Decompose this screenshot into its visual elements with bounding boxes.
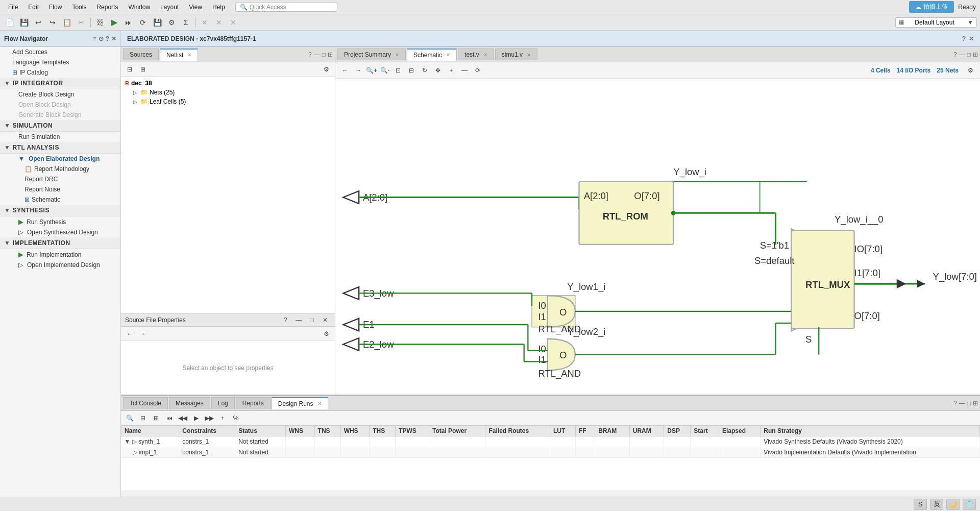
tab-netlist[interactable]: Netlist ✕ [160, 48, 198, 61]
props-close[interactable]: ✕ [320, 314, 331, 326]
menu-layout[interactable]: Layout [156, 3, 183, 12]
nav-create-block-design[interactable]: Create Block Design [0, 89, 120, 100]
toolbar-save[interactable]: 💾 [17, 16, 31, 29]
toolbar-run[interactable]: ▶ [108, 16, 121, 29]
status-icon-en[interactable]: 英 [930, 499, 943, 510]
props-minimize[interactable]: — [293, 314, 304, 326]
nav-run-simulation[interactable]: Run Simulation [0, 132, 120, 142]
props-help[interactable]: ? [280, 314, 291, 326]
tree-nets[interactable]: ▷ 📁 Nets (25) [123, 88, 333, 97]
nav-report-methodology[interactable]: 📋 Report Methodology [0, 164, 120, 174]
tab-messages[interactable]: Messages [169, 397, 210, 409]
runs-percent[interactable]: % [230, 412, 241, 424]
menu-reports[interactable]: Reports [92, 3, 122, 12]
status-icon-moon[interactable]: 🌙 [946, 499, 960, 510]
status-icon-shirt[interactable]: 👕 [963, 499, 976, 510]
sch-fit-sel[interactable]: ⊟ [406, 65, 417, 76]
menu-flow[interactable]: Flow [45, 3, 66, 12]
schematic-tab-close[interactable]: ✕ [446, 52, 450, 58]
toolbar-refresh[interactable]: ⟳ [136, 16, 150, 29]
flow-nav-minimize[interactable]: ≡ [93, 35, 96, 42]
nav-section-implementation[interactable]: ▼ IMPLEMENTATION [0, 237, 120, 249]
simu1v-close[interactable]: ✕ [527, 52, 531, 58]
nav-section-ip-integrator[interactable]: ▼ IP INTEGRATOR [0, 78, 120, 89]
nav-open-synth-design[interactable]: ▷ Open Synthesized Design [0, 227, 120, 237]
menu-help[interactable]: Help [208, 3, 229, 12]
menu-edit[interactable]: Edit [24, 3, 43, 12]
nav-run-synthesis[interactable]: ▶ Run Synthesis [0, 216, 120, 227]
nav-open-elab-design[interactable]: ▼ Open Elaborated Design [0, 154, 120, 164]
menu-window[interactable]: Window [124, 3, 154, 12]
bottom-help[interactable]: ? [953, 400, 957, 407]
tab-simu1v[interactable]: simu1.v ✕ [495, 48, 537, 60]
props-forward[interactable]: → [137, 328, 149, 339]
toolbar-x3[interactable]: ✕ [227, 16, 240, 29]
tab-project-summary[interactable]: Project Summary ✕ [337, 48, 406, 60]
quick-access-bar[interactable]: 🔍 Quick Access [235, 3, 337, 12]
schematic-help[interactable]: ? [953, 51, 957, 58]
tab-sources[interactable]: Sources [123, 48, 159, 60]
toolbar-cut[interactable]: ✂ [75, 16, 88, 29]
netlist-collapse-all[interactable]: ⊟ [124, 64, 135, 75]
tab-log[interactable]: Log [211, 397, 235, 409]
flow-nav-help[interactable]: ? [106, 35, 109, 42]
tab-tcl-console[interactable]: Tcl Console [123, 397, 168, 409]
schematic-minimize[interactable]: — [959, 51, 965, 58]
elab-close[interactable]: ✕ [969, 35, 974, 42]
design-runs-close[interactable]: ✕ [317, 401, 322, 406]
sch-zoom-out[interactable]: 🔍- [379, 65, 390, 76]
synth1-expand[interactable]: ▼ [125, 438, 131, 445]
status-icon-s[interactable]: S [914, 499, 927, 510]
nav-schematic[interactable]: ⊠ Schematic [0, 194, 120, 205]
schematic-diagram[interactable]: A[2:0] RTL_ROM A[2:0] O[7:0] Y_low_i [335, 79, 980, 395]
layout-selector[interactable]: ▦ Default Layout ▼ [895, 17, 977, 28]
testv-close[interactable]: ✕ [483, 52, 487, 58]
nav-report-drc[interactable]: Report DRC [0, 174, 120, 184]
schematic-maximize[interactable]: ⊞ [973, 51, 978, 58]
toolbar-report[interactable]: Σ [179, 16, 192, 29]
nav-open-impl-design[interactable]: ▷ Open Implemented Design [0, 260, 120, 270]
menu-tools[interactable]: Tools [68, 3, 90, 12]
bottom-scrollbar[interactable] [121, 491, 980, 497]
sch-refresh[interactable]: ⟳ [472, 65, 483, 76]
table-row-synth1[interactable]: ▼ ▷ synth_1 constrs_1 Not started [121, 436, 980, 447]
sch-fit-all[interactable]: ⊡ [393, 65, 404, 76]
runs-play[interactable]: ▶ [190, 412, 202, 424]
tab-reports[interactable]: Reports [236, 397, 271, 409]
impl1-expand[interactable]: ▷ [133, 449, 137, 456]
tab-design-runs[interactable]: Design Runs ✕ [272, 397, 328, 409]
toolbar-save2[interactable]: 💾 [151, 16, 164, 29]
sch-settings[interactable]: ⚙ [965, 65, 976, 76]
toolbar-x2[interactable]: ✕ [212, 16, 226, 29]
netlist-expand-all[interactable]: ⊞ [137, 64, 149, 75]
nav-generate-block-design[interactable]: Generate Block Design [0, 110, 120, 120]
leaf-expand[interactable]: ▷ [133, 99, 140, 105]
nav-section-rtl[interactable]: ▼ RTL ANALYSIS [0, 142, 120, 154]
props-back[interactable]: ← [124, 328, 135, 339]
runs-first[interactable]: ⏮ [164, 412, 175, 424]
sch-zoom-in[interactable]: 🔍+ [366, 65, 377, 76]
runs-search[interactable]: 🔍 [124, 412, 135, 424]
props-settings[interactable]: ⚙ [321, 328, 332, 339]
schematic-restore[interactable]: □ [967, 51, 971, 58]
runs-next[interactable]: ▶▶ [204, 412, 215, 424]
nav-section-synthesis[interactable]: ▼ SYNTHESIS [0, 205, 120, 216]
bottom-restore[interactable]: □ [967, 400, 971, 407]
nav-report-noise[interactable]: Report Noise [0, 184, 120, 194]
runs-prev[interactable]: ◀◀ [177, 412, 188, 424]
nets-expand[interactable]: ▷ [133, 90, 140, 95]
tab-netlist-close[interactable]: ✕ [187, 52, 191, 58]
sources-minimize[interactable]: — [314, 51, 320, 58]
toolbar-redo[interactable]: ↪ [46, 16, 59, 29]
nav-add-sources[interactable]: Add Sources [0, 47, 120, 57]
runs-collapse[interactable]: ⊟ [137, 412, 149, 424]
nav-ip-catalog[interactable]: ⊞ IP Catalog [0, 67, 120, 78]
tree-root-dec38[interactable]: R dec_38 [123, 79, 333, 88]
toolbar-step[interactable]: ⏭ [122, 16, 135, 29]
flow-nav-pin[interactable]: ⊙ [99, 35, 104, 42]
sch-back[interactable]: ← [339, 65, 351, 76]
toolbar-x1[interactable]: ✕ [198, 16, 211, 29]
sch-minus[interactable]: — [459, 65, 470, 76]
toolbar-new[interactable]: 📄 [3, 16, 16, 29]
upload-button[interactable]: ☁ 拍摄上传 [909, 1, 954, 13]
